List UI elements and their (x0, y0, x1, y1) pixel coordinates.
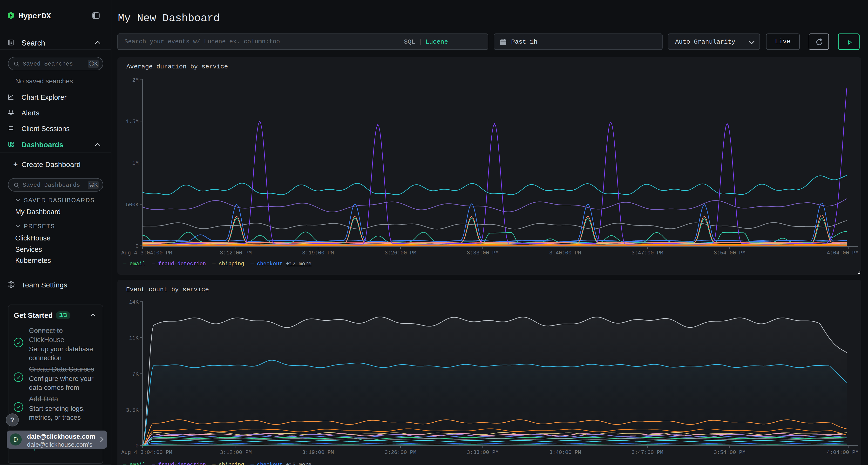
svg-text:Aug 4 3:04:00 PM: Aug 4 3:04:00 PM (121, 450, 172, 456)
svg-text:3:19:00 PM: 3:19:00 PM (302, 450, 334, 456)
svg-text:4:04:00 PM: 4:04:00 PM (827, 450, 859, 456)
svg-text:3:40:00 PM: 3:40:00 PM (549, 450, 581, 456)
svg-text:3:54:00 PM: 3:54:00 PM (714, 450, 745, 456)
svg-text:3:12:00 PM: 3:12:00 PM (220, 450, 252, 456)
svg-text:7K: 7K (132, 371, 139, 377)
svg-text:3:26:00 PM: 3:26:00 PM (384, 450, 416, 456)
svg-text:3.5K: 3.5K (126, 407, 139, 413)
svg-text:14K: 14K (129, 299, 138, 305)
svg-text:11K: 11K (129, 335, 138, 341)
svg-text:3:47:00 PM: 3:47:00 PM (631, 450, 663, 456)
svg-text:0: 0 (135, 443, 138, 449)
svg-text:3:33:00 PM: 3:33:00 PM (467, 450, 499, 456)
